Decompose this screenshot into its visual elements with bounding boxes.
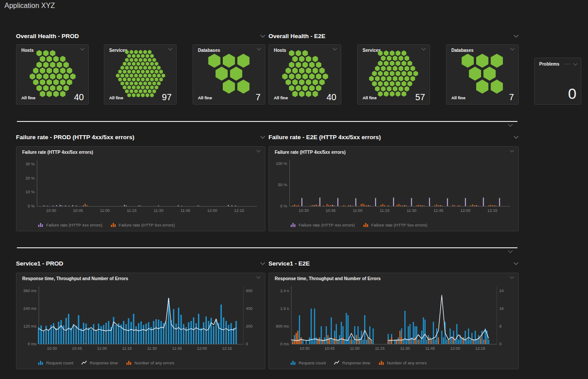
svg-text:800 ms: 800 ms [276,324,289,328]
svg-text:24: 24 [499,289,504,293]
problems-label: Problems [539,62,560,66]
honeycomb-hosts-e2e [272,52,338,95]
svg-text:200: 200 [246,324,253,328]
chevron-down-icon[interactable] [80,48,85,51]
chevron-down-icon[interactable] [508,250,513,253]
svg-text:8: 8 [499,324,501,328]
chart-legend: Failure rate (HTTP 4xx errors)Failure ra… [38,223,175,227]
svg-text:12:00: 12:00 [450,346,460,351]
chevron-down-icon[interactable] [260,262,265,265]
chart-title: Response time, Throughput and Number of … [22,276,128,281]
tile-status: All fine [109,95,123,100]
svg-text:11:00: 11:00 [97,346,107,351]
svg-text:16: 16 [499,306,504,311]
section-divider [17,247,517,248]
failure-rate-prod-chart[interactable]: 0 %10 %20 %30 %10:3010:4511:0011:1511:30… [19,156,262,214]
chevron-down-icon[interactable] [513,35,519,38]
svg-text:10:45: 10:45 [72,346,82,351]
tile-status: All fine [363,95,377,100]
svg-text:0 ms: 0 ms [28,342,36,346]
chevron-down-icon[interactable] [256,276,261,279]
svg-text:10:30: 10:30 [300,346,310,351]
chevron-down-icon[interactable] [509,276,514,279]
legend-item[interactable]: Response time [334,360,370,365]
legend-item[interactable]: Failure rate (HTTP 5xx errors) [110,223,175,227]
svg-text:11:30: 11:30 [400,346,410,351]
tile-count: 7 [509,92,514,102]
section-header-failure-prod: Failure rate - PROD (HTTP 4xx/5xx errors… [16,133,265,141]
health-tile-services-e2e[interactable]: Services All fine 57 [357,44,430,105]
svg-text:12:15: 12:15 [234,208,244,213]
legend-item[interactable]: Request count [290,360,326,365]
chevron-down-icon[interactable] [513,262,519,265]
svg-text:120 ms: 120 ms [23,324,36,328]
tile-status: All fine [274,95,288,100]
chevron-down-icon[interactable] [332,48,337,51]
health-tile-services-prod[interactable]: Services All fine 97 [104,44,177,105]
tile-count: 97 [162,92,172,102]
svg-text:240 ms: 240 ms [23,306,36,311]
svg-text:10:45: 10:45 [324,346,335,351]
section-title: Overall Health - PROD [16,33,79,39]
legend-item[interactable]: Response time [81,360,118,365]
svg-text:20 %: 20 % [25,176,35,180]
problems-sparkline-placeholder [564,64,570,64]
service-e2e-card: Response time, Throughput and Number of … [268,273,519,369]
svg-text:10:45: 10:45 [326,208,336,213]
svg-text:12:00: 12:00 [207,208,217,213]
svg-text:11:15: 11:15 [380,208,390,213]
section-header-failure-e2e: Failure rate - E2E (HTTP 4xx/5xx errors) [268,133,519,141]
tile-count: 40 [327,92,336,102]
svg-text:12:15: 12:15 [475,346,485,351]
legend-item[interactable]: Failure rate (HTTP 5xx errors) [363,223,428,227]
service-prod-chart[interactable]: 0 ms120 ms240 ms360 ms020040060010:3010:… [19,283,262,352]
chevron-down-icon[interactable] [513,136,519,139]
svg-text:0: 0 [246,342,248,346]
svg-text:30 %: 30 % [25,162,35,166]
health-tile-hosts-prod[interactable]: Hosts All fine 40 [16,44,89,105]
bar-series-icon [290,223,296,227]
chevron-down-icon[interactable] [421,48,426,51]
tile-count: 7 [256,92,260,102]
health-tile-hosts-e2e[interactable]: Hosts All fine 40 [268,44,341,105]
chevron-down-icon[interactable] [509,150,514,152]
svg-text:11:45: 11:45 [434,208,443,213]
section-header-service-e2e: Service1 - E2E [268,259,519,267]
legend-item[interactable]: Failure rate (HTTP 4xx errors) [38,223,103,227]
svg-text:11:45: 11:45 [425,346,435,351]
failure-rate-e2e-card: Failure rate (HTTP 4xx/5xx errors) 0 %50… [268,146,519,231]
honeycomb-hosts-prod [19,52,86,95]
chevron-down-icon[interactable] [260,35,265,38]
service-e2e-chart[interactable]: 0 ms800 ms1.6 s2.4 s08162410:3010:4511:0… [272,283,516,352]
problems-tile[interactable]: Problems 0 [534,58,581,105]
svg-text:12:15: 12:15 [222,346,232,351]
honeycomb-services-prod [107,52,174,95]
svg-text:12:15: 12:15 [487,208,497,213]
problems-count: 0 [568,85,576,102]
chevron-down-icon[interactable] [256,150,261,152]
health-tile-databases-e2e[interactable]: Databases All fine 7 [446,44,519,105]
chevron-down-icon[interactable] [510,48,515,51]
svg-text:0 ms: 0 ms [280,342,289,346]
failure-rate-e2e-chart[interactable]: 0 %50 %100 %10:3010:4511:0011:1511:3011:… [272,156,516,214]
chevron-down-icon[interactable] [260,136,265,139]
legend-item[interactable]: Request count [38,360,73,365]
chevron-down-icon[interactable] [573,63,578,66]
legend-item[interactable]: Failure rate (HTTP 4xx errors) [290,223,355,227]
dashboard: Application XYZ Overall Health - PROD Ov… [0,0,588,379]
chevron-down-icon[interactable] [168,48,173,51]
chart-title: Failure rate (HTTP 4xx/5xx errors) [22,150,93,155]
section-divider [17,121,517,122]
chevron-down-icon[interactable] [257,48,261,51]
section-title: Failure rate - PROD (HTTP 4xx/5xx errors… [16,134,134,141]
chevron-down-icon[interactable] [508,124,513,127]
bar-series-icon [38,223,43,227]
chart-legend: Failure rate (HTTP 4xx errors)Failure ra… [290,223,427,227]
legend-item[interactable]: Number of any errors [379,360,427,365]
line-series-icon [334,360,339,365]
health-tile-databases-prod[interactable]: Databases All fine 7 [193,44,265,105]
legend-item[interactable]: Number of any errors [126,360,174,365]
svg-text:10:30: 10:30 [46,208,56,213]
tile-status: All fine [21,95,36,100]
section-title: Failure rate - E2E (HTTP 4xx/5xx errors) [268,134,381,141]
